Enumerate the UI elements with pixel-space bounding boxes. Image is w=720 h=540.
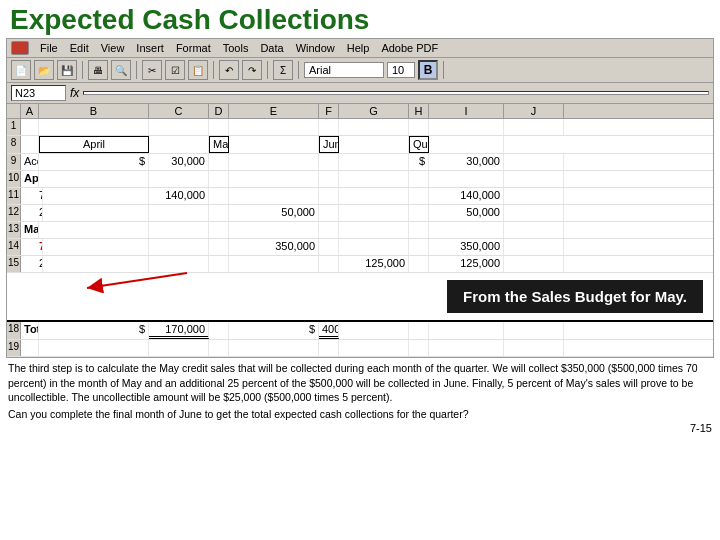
cell-14d[interactable] xyxy=(209,239,229,255)
cell-11h[interactable] xyxy=(409,188,429,204)
cell-14c[interactable] xyxy=(149,239,209,255)
cell-1a[interactable] xyxy=(21,119,39,135)
cell-8a[interactable] xyxy=(21,136,39,153)
menu-edit[interactable]: Edit xyxy=(65,41,94,55)
cell-1g[interactable] xyxy=(339,119,409,135)
cell-9f[interactable] xyxy=(319,154,339,170)
cell-11e[interactable] xyxy=(229,188,319,204)
cell-18e[interactable]: 400,000 xyxy=(319,322,339,339)
cell-1c[interactable] xyxy=(149,119,209,135)
cell-12e[interactable]: 50,000 xyxy=(229,205,319,221)
cell-11b[interactable] xyxy=(39,188,149,204)
cell-1b[interactable] xyxy=(39,119,149,135)
cell-10c[interactable] xyxy=(149,171,209,187)
formula-input[interactable] xyxy=(83,91,709,95)
cell-18e-dollar[interactable]: $ xyxy=(229,322,319,339)
cell-8-may[interactable]: May xyxy=(209,136,229,153)
cell-19a[interactable] xyxy=(21,340,39,356)
menu-tools[interactable]: Tools xyxy=(218,41,254,55)
cell-12h[interactable] xyxy=(409,205,429,221)
cell-8f[interactable] xyxy=(229,136,319,153)
cell-18j[interactable] xyxy=(504,322,564,339)
cell-12f[interactable] xyxy=(319,205,339,221)
cell-12j[interactable] xyxy=(504,205,564,221)
cell-18a[interactable]: Total cash collections xyxy=(21,322,39,339)
cell-8-june[interactable]: June xyxy=(319,136,339,153)
copy-button[interactable]: ☑ xyxy=(165,60,185,80)
font-size-selector[interactable]: 10 xyxy=(387,62,415,78)
cell-12d[interactable] xyxy=(209,205,229,221)
cell-12c[interactable] xyxy=(149,205,209,221)
bold-button[interactable]: B xyxy=(418,60,438,80)
cell-1j[interactable] xyxy=(504,119,564,135)
cell-11g[interactable] xyxy=(339,188,409,204)
cell-13e[interactable] xyxy=(229,222,319,238)
cell-8j[interactable] xyxy=(429,136,504,153)
cell-8h[interactable] xyxy=(339,136,409,153)
cell-12b[interactable] xyxy=(39,205,149,221)
cell-10i[interactable] xyxy=(429,171,504,187)
print-button[interactable]: 🖶 xyxy=(88,60,108,80)
font-selector[interactable]: Arial xyxy=(304,62,384,78)
cell-18b-dollar[interactable]: $ xyxy=(39,322,149,339)
cell-10f[interactable] xyxy=(319,171,339,187)
cell-13f[interactable] xyxy=(319,222,339,238)
cell-9i[interactable]: 30,000 xyxy=(429,154,504,170)
menu-help[interactable]: Help xyxy=(342,41,375,55)
cell-19e[interactable] xyxy=(229,340,319,356)
cell-13c[interactable] xyxy=(149,222,209,238)
cell-10b[interactable] xyxy=(39,171,149,187)
cell-9e[interactable] xyxy=(229,154,319,170)
cell-15d[interactable] xyxy=(209,256,229,272)
cell-15j[interactable] xyxy=(504,256,564,272)
menu-data[interactable]: Data xyxy=(255,41,288,55)
name-box[interactable]: N23 xyxy=(11,85,66,101)
cell-10j[interactable] xyxy=(504,171,564,187)
menu-view[interactable]: View xyxy=(96,41,130,55)
cell-15i[interactable]: 125,000 xyxy=(429,256,504,272)
cell-1e[interactable] xyxy=(229,119,319,135)
menu-file[interactable]: File xyxy=(35,41,63,55)
menu-adobepdf[interactable]: Adobe PDF xyxy=(376,41,443,55)
cell-10h[interactable] xyxy=(409,171,429,187)
cell-12g[interactable] xyxy=(339,205,409,221)
menu-window[interactable]: Window xyxy=(291,41,340,55)
cell-10a[interactable]: April Sales xyxy=(21,171,39,187)
cell-13g[interactable] xyxy=(339,222,409,238)
preview-button[interactable]: 🔍 xyxy=(111,60,131,80)
open-button[interactable]: 📂 xyxy=(34,60,54,80)
cell-1f[interactable] xyxy=(319,119,339,135)
cell-10d[interactable] xyxy=(209,171,229,187)
cell-1h[interactable] xyxy=(409,119,429,135)
cell-19j[interactable] xyxy=(504,340,564,356)
cell-15e[interactable] xyxy=(229,256,319,272)
cell-11j[interactable] xyxy=(504,188,564,204)
cell-15b[interactable] xyxy=(39,256,149,272)
cell-11d[interactable] xyxy=(209,188,229,204)
paste-button[interactable]: 📋 xyxy=(188,60,208,80)
cell-14i[interactable]: 350,000 xyxy=(429,239,504,255)
cell-15f[interactable] xyxy=(319,256,339,272)
cell-15g[interactable]: 125,000 xyxy=(339,256,409,272)
cell-11f[interactable] xyxy=(319,188,339,204)
cut-button[interactable]: ✂ xyxy=(142,60,162,80)
cell-13i[interactable] xyxy=(429,222,504,238)
sigma-button[interactable]: Σ xyxy=(273,60,293,80)
cell-9c[interactable]: 30,000 xyxy=(149,154,209,170)
cell-14f[interactable] xyxy=(319,239,339,255)
cell-9b-dollar[interactable]: $ xyxy=(39,154,149,170)
cell-9j[interactable] xyxy=(504,154,564,170)
cell-14j[interactable] xyxy=(504,239,564,255)
cell-19i[interactable] xyxy=(429,340,504,356)
cell-13d[interactable] xyxy=(209,222,229,238)
cell-15c[interactable] xyxy=(149,256,209,272)
cell-1d[interactable] xyxy=(209,119,229,135)
cell-18c[interactable]: 170,000 xyxy=(149,322,209,339)
new-button[interactable]: 📄 xyxy=(11,60,31,80)
save-button[interactable]: 💾 xyxy=(57,60,77,80)
cell-1i[interactable] xyxy=(429,119,504,135)
cell-10e[interactable] xyxy=(229,171,319,187)
cell-10g[interactable] xyxy=(339,171,409,187)
cell-11i[interactable]: 140,000 xyxy=(429,188,504,204)
cell-19g[interactable] xyxy=(339,340,409,356)
